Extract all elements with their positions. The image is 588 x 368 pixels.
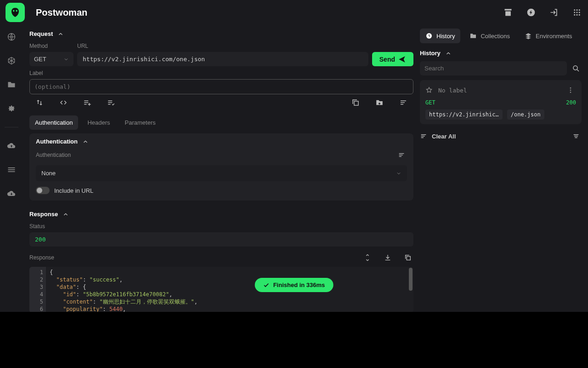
chevron-up-icon [445,50,452,57]
app-logo[interactable] [6,3,25,22]
tab-history-label: History [436,33,455,40]
request-tabs: Authentication Headers Parameters [29,115,413,130]
expand-icon[interactable] [362,252,373,263]
chevron-down-icon [63,57,69,62]
svg-rect-16 [401,102,405,103]
cloud-upload-icon[interactable] [6,140,17,151]
tab-authentication[interactable]: Authentication [29,115,78,130]
right-tabs: History Collections Environments [420,29,582,43]
graphql-icon[interactable] [6,55,17,66]
tab-headers[interactable]: Headers [82,115,115,130]
url-input[interactable] [77,52,368,66]
tab-environments[interactable]: Environments [519,29,577,43]
playlist-check-icon[interactable] [106,97,117,108]
code-body: { "status": "success", "data": { "id": "… [46,267,413,312]
svg-rect-21 [407,256,410,260]
globe-icon[interactable] [6,31,17,42]
star-icon[interactable] [425,86,433,94]
svg-rect-30 [574,134,579,135]
label-input[interactable] [29,79,413,94]
history-search-input[interactable] [420,61,567,75]
response-section-header[interactable]: Response [29,209,413,219]
svg-point-1 [574,9,575,11]
svg-point-3 [579,9,580,11]
response-body[interactable]: 1 2 3 4 5 6 { "status": "success", "data… [29,267,413,312]
auth-section-label: Authentication [36,138,78,145]
auth-section-header[interactable]: Authentication [36,138,407,145]
tab-history[interactable]: History [420,29,460,43]
auth-select[interactable]: None [36,165,407,181]
topbar: Postwoman [0,0,588,25]
code-icon[interactable] [58,97,69,108]
more-icon[interactable] [565,85,576,96]
response-body-label: Response [29,254,54,261]
request-section-header[interactable]: Request [29,29,413,39]
cloud-download-icon[interactable] [6,188,17,199]
tab-environments-label: Environments [536,33,572,40]
svg-rect-31 [574,136,578,136]
svg-point-7 [574,14,575,16]
search-icon[interactable] [571,63,582,74]
menu-icon[interactable] [6,164,17,175]
svg-point-9 [579,14,580,16]
history-item-path: /one.json [507,109,544,120]
include-url-toggle[interactable] [36,187,50,194]
scrollbar-thumb[interactable] [409,268,413,291]
apps-icon[interactable] [571,7,582,18]
check-icon [263,282,270,288]
response-section-label: Response [29,211,58,218]
notes-icon[interactable] [398,97,409,108]
request-section-label: Request [29,30,53,37]
svg-rect-17 [401,104,403,105]
app-title: Postwoman [36,7,87,18]
method-value: GET [34,56,46,63]
status-box: 200 [29,232,413,247]
history-section-header[interactable]: History [420,48,582,58]
status-label: Status [29,223,413,230]
swap-vert-icon[interactable] [34,97,45,108]
svg-rect-19 [399,155,403,155]
svg-point-23 [573,66,577,70]
label-label: Label [29,70,413,76]
svg-rect-20 [399,156,401,157]
folder-icon [469,32,477,40]
main-pane: Request Method URL GET Send Label [23,25,420,312]
archive-icon[interactable] [503,7,514,18]
svg-rect-32 [575,138,577,138]
new-folder-icon[interactable] [374,97,385,108]
download-icon[interactable] [382,252,393,263]
svg-rect-13 [8,171,15,172]
svg-rect-27 [421,134,426,135]
send-button[interactable]: Send [372,52,413,66]
tab-parameters[interactable]: Parameters [119,115,161,130]
clear-all-button[interactable]: Clear All [432,133,456,140]
history-item-label: No label [438,87,467,94]
sort-icon[interactable] [571,131,582,142]
svg-point-4 [574,12,575,13]
auth-field-label: Authentication [36,152,71,158]
notes-icon[interactable] [396,150,407,161]
playlist-add-icon[interactable] [82,97,93,108]
svg-rect-11 [8,167,15,168]
history-section-label: History [420,50,441,57]
send-label: Send [379,56,395,63]
include-url-label: Include in URL [54,187,93,194]
gear-icon[interactable] [6,103,17,114]
toast-text: Finished in 336ms [273,282,325,288]
folder-icon[interactable] [6,79,17,90]
svg-rect-28 [421,136,425,136]
bolt-icon[interactable] [526,7,537,18]
svg-point-6 [579,12,580,13]
chevron-down-icon [396,171,401,176]
sidebar-divider [5,127,18,127]
svg-point-26 [570,92,571,93]
copy-icon[interactable] [350,97,361,108]
tab-collections[interactable]: Collections [464,29,515,43]
svg-point-5 [577,12,578,13]
history-item[interactable]: No label GET 200 https://v2.jinrishic… /… [420,80,582,124]
copy-icon[interactable] [402,252,413,263]
svg-point-2 [577,9,578,11]
method-select[interactable]: GET [29,52,74,66]
layers-icon [525,32,532,40]
login-icon[interactable] [548,7,560,18]
